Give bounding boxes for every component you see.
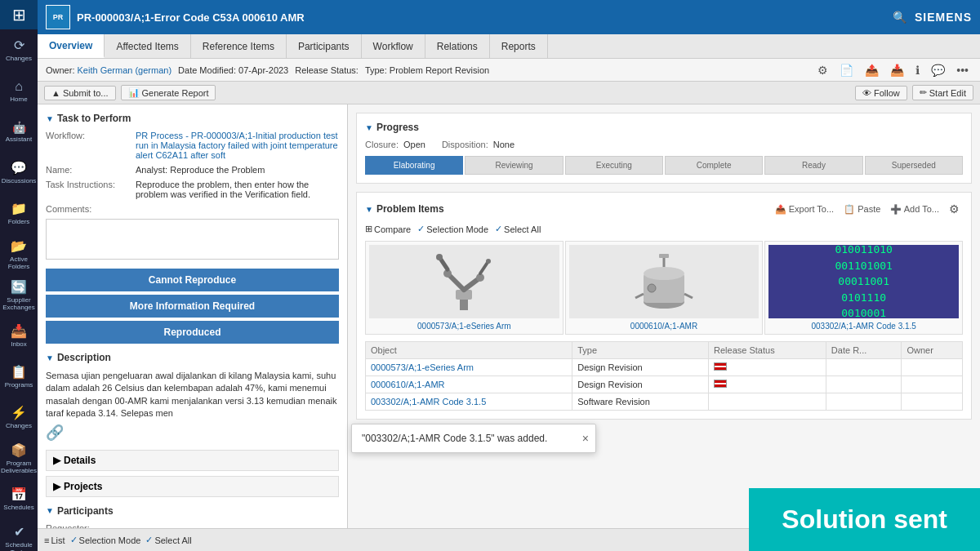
add-icon[interactable]: ➕ Add To...	[887, 202, 942, 216]
details-header[interactable]: ▶ Details	[47, 451, 338, 470]
export-icon[interactable]: 📤 Export To...	[772, 202, 838, 216]
sidebar-item-tasks[interactable]: ✔ Schedule Tasks	[0, 519, 38, 551]
step-ready[interactable]: Ready	[764, 156, 862, 175]
schedules-icon: 📅	[11, 487, 27, 502]
tab-affected-items[interactable]: Affected Items	[105, 34, 190, 58]
selection-mode-bottom-btn[interactable]: ✓ Selection Mode	[70, 535, 141, 545]
sidebar-item-inbox[interactable]: 📥 Inbox	[0, 315, 38, 356]
problem-items-header[interactable]: ▼ Problem Items	[365, 203, 444, 215]
table-header-row: Object Type Release Status Date R... Own…	[366, 342, 963, 359]
select-all-bottom-btn[interactable]: ✓ Select All	[145, 535, 191, 545]
selection-check-icon: ✓	[417, 224, 425, 234]
discussions-icon: 💬	[11, 160, 27, 176]
sidebar-item-assistant[interactable]: 🤖 Assistant	[0, 111, 38, 152]
inbox-icon: 📥	[11, 323, 27, 339]
assistant-icon: 🤖	[12, 121, 26, 134]
compare-btn[interactable]: ⊞ Compare	[365, 224, 411, 234]
upload-icon[interactable]: 📤	[862, 62, 882, 78]
progress-fields: Closure: Open Disposition: None	[365, 140, 963, 149]
toast-close-button[interactable]: ×	[582, 432, 589, 445]
task-header[interactable]: ▼ Task to Perform	[46, 113, 339, 124]
app-logo: PR	[46, 5, 70, 29]
tab-participants[interactable]: Participants	[287, 34, 362, 58]
chat-icon[interactable]: 💬	[928, 62, 948, 78]
projects-arrow: ▶	[53, 481, 60, 492]
product-card-0[interactable]: 0000573/A;1-eSeries Arm	[365, 241, 564, 335]
doc-icon[interactable]: 📄	[836, 62, 857, 78]
sidebar-item-schedules[interactable]: 📅 Schedules	[0, 478, 38, 519]
submit-button[interactable]: ▲ Submit to...	[44, 86, 116, 100]
description-header[interactable]: ▼ Description	[46, 352, 339, 363]
disposition-field: Disposition: None	[442, 140, 514, 149]
selection-mode-btn[interactable]: ✓ Selection Mode	[417, 224, 488, 234]
folders-icon: 📁	[11, 201, 27, 216]
more-info-button[interactable]: More Information Required	[46, 295, 339, 318]
product-card-1[interactable]: 0000610/A;1-AMR	[565, 241, 764, 335]
reproduced-button[interactable]: Reproduced	[46, 321, 339, 344]
paste-icon[interactable]: 📋 Paste	[840, 202, 884, 216]
step-elaborating[interactable]: Elaborating	[365, 156, 463, 175]
items-table: Object Type Release Status Date R... Own…	[365, 341, 963, 411]
step-executing[interactable]: Executing	[565, 156, 663, 175]
search-icon[interactable]: 🔍	[893, 11, 906, 24]
table-row-0[interactable]: 0000573/A;1-eSeries Arm Design Revision	[366, 359, 963, 376]
binary-line-3: 0101110	[835, 290, 892, 306]
comments-textarea[interactable]	[46, 219, 339, 260]
download-icon[interactable]: 📥	[887, 62, 907, 78]
pi-settings-icon[interactable]: ⚙	[946, 201, 963, 217]
participants-header[interactable]: ▼ Participants	[46, 505, 339, 517]
step-reviewing[interactable]: Reviewing	[465, 156, 563, 175]
link-icon[interactable]: 🔗	[46, 424, 64, 442]
problem-items-header-row: ▼ Problem Items 📤 Export To... 📋 Paste ➕…	[365, 201, 963, 217]
owner-label: Owner: Keith German (german)	[46, 65, 172, 75]
select-all-btn[interactable]: ✓ Select All	[495, 224, 541, 234]
tab-relations[interactable]: Relations	[425, 34, 490, 58]
generate-report-button[interactable]: 📊 Generate Report	[121, 85, 216, 100]
info-icon[interactable]: ℹ	[912, 62, 923, 78]
follow-icon: 👁	[862, 88, 871, 98]
table-row-1[interactable]: 0000610/A;1-AMR Design Revision	[366, 376, 963, 393]
step-complete[interactable]: Complete	[665, 156, 763, 175]
cell-release-2	[709, 393, 826, 411]
cell-object-2: 003302/A;1-AMR Code 3.1.5	[366, 393, 572, 411]
sidebar-logo[interactable]: ⊞	[0, 0, 38, 29]
product-card-2[interactable]: 010011010 001101001 00011001 0101110 001…	[764, 241, 963, 335]
start-edit-button[interactable]: ✏ Start Edit	[912, 85, 973, 100]
tab-overview[interactable]: Overview	[38, 34, 105, 58]
owner-link[interactable]: Keith German (german)	[78, 65, 172, 75]
product-image-0	[369, 245, 559, 318]
sidebar-item-home[interactable]: ⌂ Home	[0, 70, 38, 111]
follow-button[interactable]: 👁 Follow	[855, 86, 907, 100]
solution-banner: Solution sent	[749, 488, 980, 551]
col-object: Object	[366, 342, 572, 359]
settings-icon[interactable]: ⚙	[814, 62, 831, 78]
tab-reference-items[interactable]: Reference Items	[191, 34, 287, 58]
toast-notification: "003302/A;1-AMR Code 3.1.5" was added. ×	[351, 424, 596, 453]
sidebar-item-changes[interactable]: ⟳ Changes	[0, 29, 38, 70]
desc-arrow: ▼	[46, 353, 54, 362]
sidebar-item-active-folders[interactable]: 📂 Active Folders	[0, 233, 38, 274]
progress-header[interactable]: ▼ Progress	[365, 122, 963, 133]
step-superseded[interactable]: Superseded	[865, 156, 963, 175]
sidebar-item-supplier[interactable]: 🔄 Supplier Exchanges	[0, 274, 38, 315]
progress-steps: Elaborating Reviewing Executing Complete…	[365, 156, 963, 175]
cell-type-1: Design Revision	[572, 376, 709, 393]
more-icon[interactable]: •••	[953, 62, 972, 78]
cannot-reproduce-button[interactable]: Cannot Reproduce	[46, 269, 339, 291]
sidebar-item-programs[interactable]: 📋 Programs	[0, 356, 38, 397]
sidebar-item-folders[interactable]: 📁 Folders	[0, 193, 38, 233]
list-btn[interactable]: ≡ List	[44, 535, 65, 545]
tab-workflow[interactable]: Workflow	[362, 34, 425, 58]
svg-line-16	[635, 294, 644, 298]
cell-object-0: 0000573/A;1-eSeries Arm	[366, 359, 572, 376]
tab-reports[interactable]: Reports	[490, 34, 548, 58]
workflow-value[interactable]: PR Process - PR-000003/A;1-Initial produ…	[136, 131, 339, 160]
supplier-icon: 🔄	[11, 279, 27, 295]
changes-icon: ⟳	[14, 38, 24, 53]
projects-header[interactable]: ▶ Projects	[47, 477, 338, 496]
sidebar-item-changes2[interactable]: ⚡ Changes	[0, 397, 38, 438]
table-row-2[interactable]: 003302/A;1-AMR Code 3.1.5 Software Revis…	[366, 393, 963, 411]
cell-date-1	[826, 376, 902, 393]
sidebar-item-discussions[interactable]: 💬 Discussions	[0, 152, 38, 193]
sidebar-item-deliverables[interactable]: 📦 Program Deliverables	[0, 438, 38, 478]
